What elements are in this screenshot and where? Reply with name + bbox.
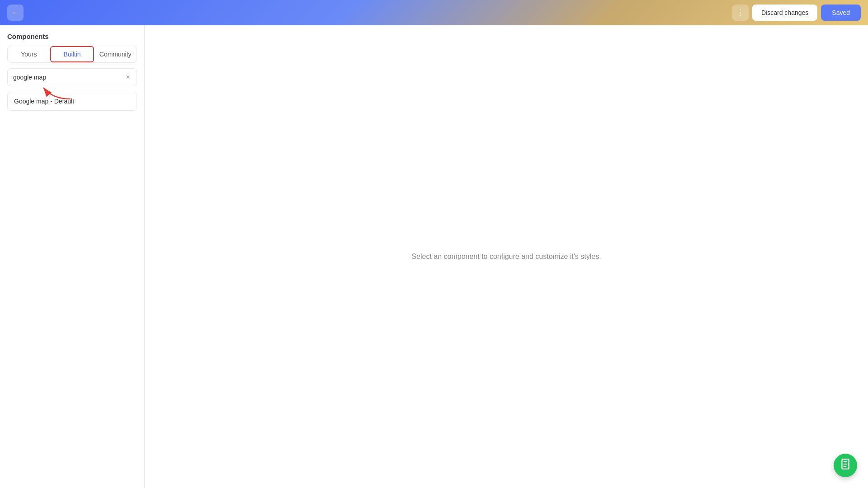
tab-yours[interactable]: Yours xyxy=(8,46,50,62)
discard-changes-button[interactable]: Discard changes xyxy=(752,5,817,21)
main-container: Components Yours Builtin Community × Goo… xyxy=(0,25,868,488)
tab-community[interactable]: Community xyxy=(94,46,137,62)
header: ← ⋮ Discard changes Saved xyxy=(0,0,868,25)
tab-builtin[interactable]: Builtin xyxy=(50,46,94,62)
header-right: ⋮ Discard changes Saved xyxy=(732,5,861,21)
back-button[interactable]: ← xyxy=(7,5,24,21)
sidebar: Components Yours Builtin Community × Goo… xyxy=(0,25,145,488)
result-item[interactable]: Google map - Default xyxy=(7,92,137,111)
search-input[interactable] xyxy=(7,68,137,86)
sidebar-title: Components xyxy=(7,33,137,40)
fab-button[interactable] xyxy=(834,454,857,477)
search-container: × xyxy=(7,68,137,86)
search-clear-button[interactable]: × xyxy=(123,73,132,82)
tabs-container: Yours Builtin Community xyxy=(7,46,137,63)
more-button[interactable]: ⋮ xyxy=(732,5,749,21)
header-left: ← xyxy=(7,5,24,21)
content-area: Select an component to configure and cus… xyxy=(145,25,868,488)
fab-icon xyxy=(840,458,851,473)
saved-button[interactable]: Saved xyxy=(821,5,861,21)
content-placeholder: Select an component to configure and cus… xyxy=(411,253,601,261)
